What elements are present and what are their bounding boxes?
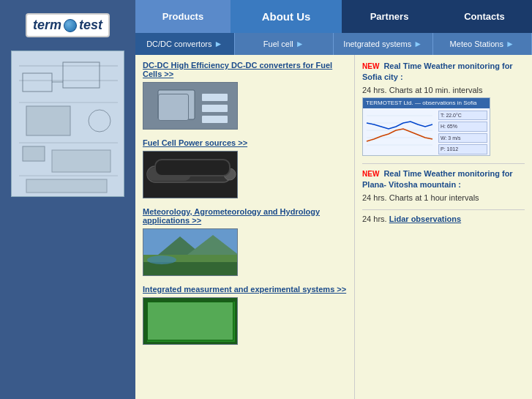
svg-point-23 [224, 168, 236, 180]
divider-1 [362, 163, 525, 164]
chart-right-panel: T: 22.0°C H: 65% W: 3 m/s P: 1012 [436, 108, 490, 156]
sub-nav-integrated-arrow: ► [413, 39, 422, 49]
svg-rect-10 [23, 146, 45, 161]
content-area: DC-DC High Efficiency DC-DC converters f… [135, 55, 532, 399]
sub-nav: DC/DC convertors ► Fuel cell ► Inetgrate… [135, 33, 532, 55]
chart-data-humidity: H: 65% [438, 122, 487, 132]
schematic-illustration [11, 51, 124, 197]
sub-nav-fuel-cell[interactable]: Fuel cell ► [235, 33, 334, 55]
weather-lidar: 24 hrs. Lidar observations [362, 215, 525, 223]
product-integrated-title[interactable]: Integrated measurment and experimental s… [143, 285, 347, 294]
sub-nav-meteo-arrow: ► [506, 39, 514, 49]
product-integrated: Integrated measurment and experimental s… [143, 285, 347, 345]
new-badge-vitosha: NEW [362, 170, 379, 178]
chart-data-temp: T: 22.0°C [438, 111, 487, 121]
product-fuel-cell-image [143, 151, 238, 198]
svg-rect-22 [147, 168, 191, 181]
svg-rect-7 [26, 106, 70, 135]
weather-lidar-link[interactable]: Lidar observations [389, 215, 461, 223]
logo[interactable]: term test [26, 13, 110, 37]
weather-sofia-chart[interactable]: TERMOTEST Ltd. — observations in Sofia [362, 97, 490, 156]
svg-rect-19 [202, 116, 228, 123]
svg-rect-38 [158, 318, 180, 328]
svg-rect-11 [52, 150, 110, 172]
chart-left-panel [363, 108, 436, 156]
new-badge-sofia: NEW [362, 62, 379, 70]
nav-contacts[interactable]: Contacts [437, 0, 532, 33]
sub-nav-dcdc-arrow: ► [214, 39, 222, 49]
svg-rect-31 [147, 302, 235, 342]
svg-rect-13 [26, 179, 107, 193]
product-meteo: Meteorology, Agrometeorology and Hydrolo… [143, 207, 347, 276]
nav-products[interactable]: Products [135, 0, 231, 33]
chart-body: T: 22.0°C H: 65% W: 3 m/s P: 1012 [363, 108, 490, 156]
logo-text-right: test [79, 18, 102, 33]
divider-2 [362, 209, 525, 210]
product-fuel-cell-title[interactable]: Fuel Cell Power sources >> [143, 138, 347, 147]
weather-vitosha-subtitle: 24 hrs. Charts at 1 hour intervals [362, 193, 525, 202]
sub-nav-dcdc[interactable]: DC/DC convertors ► [135, 33, 235, 55]
svg-rect-36 [180, 307, 195, 314]
sidebar: term test [0, 0, 135, 399]
svg-rect-39 [191, 318, 204, 328]
svg-rect-15 [158, 90, 195, 119]
weather-sofia: NEW Real Time Weather monitoring for Sof… [362, 61, 525, 156]
weather-vitosha: NEW Real Time Weather monitoring for Pla… [362, 168, 525, 202]
product-fuel-cell: Fuel Cell Power sources >> [143, 138, 347, 198]
svg-point-29 [147, 256, 176, 264]
svg-rect-35 [158, 307, 169, 314]
chart-header: TERMOTEST Ltd. — observations in Sofia [363, 98, 490, 108]
product-dcdc-image [143, 82, 238, 130]
weather-sofia-subtitle: 24 hrs. Charts at 10 min. intervals [362, 86, 525, 94]
svg-rect-17 [202, 94, 228, 101]
nav-bar: Products About Us Partners Contacts [135, 0, 532, 33]
sub-nav-meteo[interactable]: Meteo Stations ► [433, 33, 533, 55]
product-meteo-title[interactable]: Meteorology, Agrometeorology and Hydrolo… [143, 207, 347, 225]
product-dcdc: DC-DC High Efficiency DC-DC converters f… [143, 61, 347, 130]
chart-header-text: TERMOTEST Ltd. — observations in Sofia [366, 100, 476, 106]
weather-vitosha-title: NEW Real Time Weather monitoring for Pla… [362, 168, 525, 191]
products-column: DC-DC High Efficiency DC-DC converters f… [135, 55, 355, 399]
svg-rect-30 [143, 298, 238, 345]
main-content: Products About Us Partners Contacts DC/D… [135, 0, 532, 399]
weather-sofia-title: NEW Real Time Weather monitoring for Sof… [362, 61, 525, 83]
product-integrated-image [143, 297, 238, 345]
logo-text-left: term [33, 18, 61, 33]
svg-rect-20 [143, 152, 238, 198]
chart-data-wind: W: 3 m/s [438, 133, 487, 143]
svg-rect-18 [202, 105, 228, 112]
chart-data-pressure: P: 1012 [438, 144, 487, 154]
weather-lidar-text: 24 hrs. Lidar observations [362, 215, 525, 223]
svg-rect-26 [143, 262, 238, 276]
logo-area: term test [0, 7, 135, 204]
svg-rect-40 [211, 318, 224, 328]
nav-about-us[interactable]: About Us [231, 0, 342, 33]
weather-column: NEW Real Time Weather monitoring for Sof… [355, 55, 532, 399]
sub-nav-integrated[interactable]: Inetgrated systems ► [334, 33, 433, 55]
logo-globe-icon [64, 19, 77, 32]
svg-rect-37 [206, 305, 224, 316]
nav-partners[interactable]: Partners [342, 0, 437, 33]
svg-point-16 [168, 96, 185, 113]
product-meteo-image [143, 228, 238, 276]
product-dcdc-title[interactable]: DC-DC High Efficiency DC-DC converters f… [143, 61, 347, 78]
sub-nav-fuel-arrow: ► [296, 39, 304, 49]
